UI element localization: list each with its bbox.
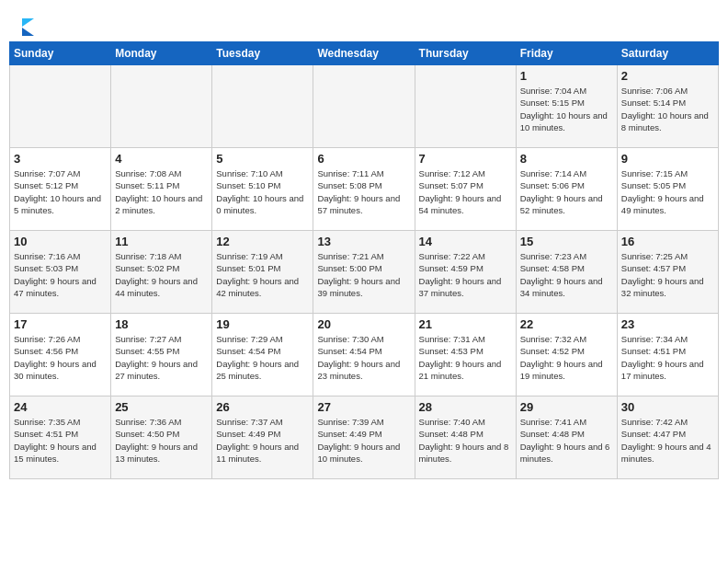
day-number: 29 <box>520 400 613 414</box>
calendar-cell: 5Sunrise: 7:10 AM Sunset: 5:10 PM Daylig… <box>212 148 313 231</box>
day-info: Sunrise: 7:42 AM Sunset: 4:47 PM Dayligh… <box>621 416 714 465</box>
day-info: Sunrise: 7:35 AM Sunset: 4:51 PM Dayligh… <box>14 416 107 465</box>
day-info: Sunrise: 7:26 AM Sunset: 4:56 PM Dayligh… <box>14 333 107 382</box>
calendar-cell: 8Sunrise: 7:14 AM Sunset: 5:06 PM Daylig… <box>516 148 617 231</box>
day-info: Sunrise: 7:31 AM Sunset: 4:53 PM Dayligh… <box>419 333 512 382</box>
calendar-cell <box>212 65 313 148</box>
calendar-cell <box>415 65 516 148</box>
day-info: Sunrise: 7:15 AM Sunset: 5:05 PM Dayligh… <box>621 167 714 216</box>
day-number: 14 <box>419 235 512 248</box>
day-info: Sunrise: 7:23 AM Sunset: 4:58 PM Dayligh… <box>520 250 613 299</box>
calendar-cell: 11Sunrise: 7:18 AM Sunset: 5:02 PM Dayli… <box>111 231 212 314</box>
day-number: 13 <box>317 235 410 248</box>
calendar-cell: 6Sunrise: 7:11 AM Sunset: 5:08 PM Daylig… <box>313 148 415 231</box>
calendar-cell: 22Sunrise: 7:32 AM Sunset: 4:52 PM Dayli… <box>516 314 617 396</box>
day-info: Sunrise: 7:36 AM Sunset: 4:50 PM Dayligh… <box>115 416 208 465</box>
weekday-header-saturday: Saturday <box>617 42 718 65</box>
calendar-cell: 2Sunrise: 7:06 AM Sunset: 5:14 PM Daylig… <box>617 65 718 148</box>
calendar-cell: 4Sunrise: 7:08 AM Sunset: 5:11 PM Daylig… <box>111 148 212 231</box>
page-header <box>9 9 719 41</box>
calendar-cell: 26Sunrise: 7:37 AM Sunset: 4:49 PM Dayli… <box>212 396 313 479</box>
day-number: 4 <box>115 152 208 166</box>
weekday-header-friday: Friday <box>516 42 617 65</box>
day-info: Sunrise: 7:04 AM Sunset: 5:15 PM Dayligh… <box>520 85 613 133</box>
weekday-header-sunday: Sunday <box>10 42 111 65</box>
day-info: Sunrise: 7:32 AM Sunset: 4:52 PM Dayligh… <box>520 333 613 382</box>
day-info: Sunrise: 7:34 AM Sunset: 4:51 PM Dayligh… <box>621 333 714 382</box>
calendar-cell <box>10 65 111 148</box>
day-number: 18 <box>115 317 208 331</box>
calendar-cell: 12Sunrise: 7:19 AM Sunset: 5:01 PM Dayli… <box>212 231 313 314</box>
day-number: 10 <box>14 235 107 248</box>
calendar-cell: 3Sunrise: 7:07 AM Sunset: 5:12 PM Daylig… <box>10 148 111 231</box>
calendar-cell: 27Sunrise: 7:39 AM Sunset: 4:49 PM Dayli… <box>313 396 415 479</box>
day-number: 8 <box>520 152 613 166</box>
day-info: Sunrise: 7:07 AM Sunset: 5:12 PM Dayligh… <box>14 167 107 216</box>
calendar-cell: 25Sunrise: 7:36 AM Sunset: 4:50 PM Dayli… <box>111 396 212 479</box>
day-number: 16 <box>621 235 714 248</box>
day-number: 27 <box>317 400 410 414</box>
day-info: Sunrise: 7:21 AM Sunset: 5:00 PM Dayligh… <box>317 250 410 299</box>
day-info: Sunrise: 7:30 AM Sunset: 4:54 PM Dayligh… <box>317 333 410 382</box>
calendar-cell: 23Sunrise: 7:34 AM Sunset: 4:51 PM Dayli… <box>617 314 718 396</box>
day-number: 5 <box>216 152 309 166</box>
day-number: 26 <box>216 400 309 414</box>
day-number: 2 <box>621 69 714 83</box>
weekday-header-wednesday: Wednesday <box>313 42 415 65</box>
calendar-cell: 28Sunrise: 7:40 AM Sunset: 4:48 PM Dayli… <box>415 396 516 479</box>
calendar-week-4: 17Sunrise: 7:26 AM Sunset: 4:56 PM Dayli… <box>10 314 719 396</box>
day-number: 22 <box>520 317 613 331</box>
weekday-header-thursday: Thursday <box>415 42 516 65</box>
day-info: Sunrise: 7:06 AM Sunset: 5:14 PM Dayligh… <box>621 85 714 133</box>
day-info: Sunrise: 7:40 AM Sunset: 4:48 PM Dayligh… <box>419 416 512 465</box>
day-number: 25 <box>115 400 208 414</box>
calendar-cell: 17Sunrise: 7:26 AM Sunset: 4:56 PM Dayli… <box>10 314 111 396</box>
calendar-cell: 24Sunrise: 7:35 AM Sunset: 4:51 PM Dayli… <box>10 396 111 479</box>
day-number: 30 <box>621 400 714 414</box>
day-info: Sunrise: 7:22 AM Sunset: 4:59 PM Dayligh… <box>419 250 512 299</box>
day-number: 17 <box>14 317 107 331</box>
logo <box>18 17 34 36</box>
day-info: Sunrise: 7:29 AM Sunset: 4:54 PM Dayligh… <box>216 333 309 382</box>
day-info: Sunrise: 7:11 AM Sunset: 5:08 PM Dayligh… <box>317 167 410 216</box>
calendar-cell: 30Sunrise: 7:42 AM Sunset: 4:47 PM Dayli… <box>617 396 718 479</box>
calendar-cell: 21Sunrise: 7:31 AM Sunset: 4:53 PM Dayli… <box>415 314 516 396</box>
calendar-cell: 16Sunrise: 7:25 AM Sunset: 4:57 PM Dayli… <box>617 231 718 314</box>
day-info: Sunrise: 7:19 AM Sunset: 5:01 PM Dayligh… <box>216 250 309 299</box>
day-number: 12 <box>216 235 309 248</box>
calendar-week-1: 1Sunrise: 7:04 AM Sunset: 5:15 PM Daylig… <box>10 65 719 148</box>
day-info: Sunrise: 7:27 AM Sunset: 4:55 PM Dayligh… <box>115 333 208 382</box>
day-number: 21 <box>419 317 512 331</box>
day-info: Sunrise: 7:12 AM Sunset: 5:07 PM Dayligh… <box>419 167 512 216</box>
calendar-cell: 19Sunrise: 7:29 AM Sunset: 4:54 PM Dayli… <box>212 314 313 396</box>
calendar-cell: 29Sunrise: 7:41 AM Sunset: 4:48 PM Dayli… <box>516 396 617 479</box>
day-number: 20 <box>317 317 410 331</box>
calendar-cell: 20Sunrise: 7:30 AM Sunset: 4:54 PM Dayli… <box>313 314 415 396</box>
calendar-cell: 10Sunrise: 7:16 AM Sunset: 5:03 PM Dayli… <box>10 231 111 314</box>
day-number: 15 <box>520 235 613 248</box>
day-number: 11 <box>115 235 208 248</box>
day-number: 9 <box>621 152 714 166</box>
day-info: Sunrise: 7:39 AM Sunset: 4:49 PM Dayligh… <box>317 416 410 465</box>
day-info: Sunrise: 7:37 AM Sunset: 4:49 PM Dayligh… <box>216 416 309 465</box>
day-number: 23 <box>621 317 714 331</box>
day-info: Sunrise: 7:41 AM Sunset: 4:48 PM Dayligh… <box>520 416 613 465</box>
calendar-cell <box>313 65 415 148</box>
day-info: Sunrise: 7:18 AM Sunset: 5:02 PM Dayligh… <box>115 250 208 299</box>
day-number: 19 <box>216 317 309 331</box>
calendar-cell: 18Sunrise: 7:27 AM Sunset: 4:55 PM Dayli… <box>111 314 212 396</box>
day-info: Sunrise: 7:14 AM Sunset: 5:06 PM Dayligh… <box>520 167 613 216</box>
calendar-cell: 9Sunrise: 7:15 AM Sunset: 5:05 PM Daylig… <box>617 148 718 231</box>
day-info: Sunrise: 7:25 AM Sunset: 4:57 PM Dayligh… <box>621 250 714 299</box>
day-number: 7 <box>419 152 512 166</box>
day-info: Sunrise: 7:16 AM Sunset: 5:03 PM Dayligh… <box>14 250 107 299</box>
calendar-cell: 1Sunrise: 7:04 AM Sunset: 5:15 PM Daylig… <box>516 65 617 148</box>
calendar-week-3: 10Sunrise: 7:16 AM Sunset: 5:03 PM Dayli… <box>10 231 719 314</box>
calendar-table: SundayMondayTuesdayWednesdayThursdayFrid… <box>9 41 719 479</box>
day-info: Sunrise: 7:10 AM Sunset: 5:10 PM Dayligh… <box>216 167 309 216</box>
day-number: 1 <box>520 69 613 83</box>
calendar-cell: 13Sunrise: 7:21 AM Sunset: 5:00 PM Dayli… <box>313 231 415 314</box>
calendar-cell <box>111 65 212 148</box>
day-number: 6 <box>317 152 410 166</box>
calendar-cell: 15Sunrise: 7:23 AM Sunset: 4:58 PM Dayli… <box>516 231 617 314</box>
